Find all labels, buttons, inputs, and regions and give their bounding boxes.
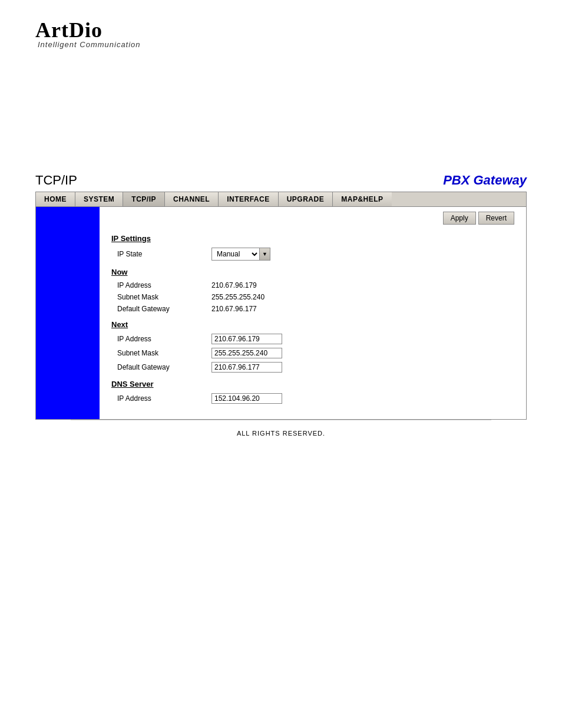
next-ip-row: IP Address — [111, 334, 514, 344]
dns-section: DNS Server IP Address — [111, 380, 514, 404]
brand-title: PBX Gateway — [443, 173, 527, 188]
now-gateway-value: 210.67.96.177 — [211, 305, 257, 313]
logo-tagline: Intelligent Communication — [38, 40, 527, 49]
nav-home[interactable]: HOME — [36, 192, 75, 206]
nav-tcpip[interactable]: TCP/IP — [123, 192, 165, 206]
now-ip-value: 210.67.96.179 — [211, 281, 257, 289]
right-panel: Apply Revert IP Settings IP State Manual… — [100, 207, 526, 419]
now-section: Now IP Address 210.67.96.179 Subnet Mask… — [111, 268, 514, 313]
dns-ip-row: IP Address — [111, 393, 514, 404]
ip-state-label: IP State — [117, 250, 211, 258]
footer: ALL RIGHTS RESERVED. — [71, 420, 491, 446]
next-ip-label: IP Address — [117, 335, 211, 343]
next-gateway-label: Default Gateway — [117, 363, 211, 371]
now-ip-label: IP Address — [117, 281, 211, 289]
next-gateway-row: Default Gateway — [111, 362, 514, 373]
next-gateway-input[interactable] — [211, 362, 282, 373]
nav-channel[interactable]: CHANNEL — [165, 192, 219, 206]
next-subnet-label: Subnet Mask — [117, 349, 211, 357]
page-title: TCP/IP — [35, 173, 77, 188]
dns-ip-label: IP Address — [117, 394, 211, 403]
dns-ip-input[interactable] — [211, 393, 282, 404]
apply-button[interactable]: Apply — [443, 212, 476, 225]
nav-system[interactable]: SYSTEM — [75, 192, 123, 206]
nav-maphelp[interactable]: MAP&HELP — [333, 192, 391, 206]
now-title: Now — [111, 268, 514, 276]
now-gateway-label: Default Gateway — [117, 305, 211, 313]
next-section: Next IP Address Subnet Mask Default Gate… — [111, 320, 514, 373]
next-title: Next — [111, 320, 514, 329]
sidebar — [36, 207, 100, 419]
next-ip-input[interactable] — [211, 334, 282, 344]
now-subnet-row: Subnet Mask 255.255.255.240 — [111, 293, 514, 301]
revert-button[interactable]: Revert — [478, 212, 514, 225]
ip-settings-title: IP Settings — [111, 234, 514, 243]
next-subnet-input[interactable] — [211, 348, 282, 358]
nav-interface[interactable]: INTERFACE — [219, 192, 279, 206]
now-subnet-value: 255.255.255.240 — [211, 293, 265, 301]
nav-upgrade[interactable]: UPGRADE — [279, 192, 333, 206]
main-content: TCP/IP PBX Gateway HOME SYSTEM TCP/IP CH… — [0, 173, 562, 587]
logo: ArtDio — [35, 18, 527, 42]
now-subnet-label: Subnet Mask — [117, 293, 211, 301]
ip-state-row: IP State Manual DHCP ▼ — [111, 248, 514, 261]
dns-title: DNS Server — [111, 380, 514, 388]
now-ip-row: IP Address 210.67.96.179 — [111, 281, 514, 289]
button-row: Apply Revert — [111, 212, 514, 225]
title-row: TCP/IP PBX Gateway — [35, 173, 527, 188]
now-gateway-row: Default Gateway 210.67.96.177 — [111, 305, 514, 313]
logo-text: ArtDio — [35, 18, 103, 42]
next-subnet-row: Subnet Mask — [111, 348, 514, 358]
ip-state-select[interactable]: Manual DHCP — [212, 249, 259, 259]
dropdown-arrow-icon[interactable]: ▼ — [259, 248, 270, 260]
content-panel: Apply Revert IP Settings IP State Manual… — [35, 207, 527, 420]
header: ArtDio Intelligent Communication — [0, 0, 562, 55]
ip-state-select-wrapper[interactable]: Manual DHCP ▼ — [211, 248, 270, 261]
nav-bar: HOME SYSTEM TCP/IP CHANNEL INTERFACE UPG… — [35, 192, 527, 207]
